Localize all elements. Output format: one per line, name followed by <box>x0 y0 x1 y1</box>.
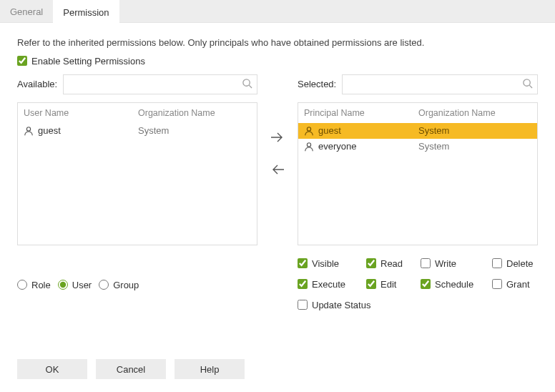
principal-type-group: Role User Group <box>17 280 257 290</box>
list-item[interactable]: everyone System <box>298 139 537 155</box>
perm-write[interactable]: Write <box>421 258 492 269</box>
move-right-button[interactable] <box>270 131 285 146</box>
list-item-name: guest <box>38 125 61 136</box>
radio-group[interactable]: Group <box>99 280 139 290</box>
radio-user[interactable]: User <box>58 280 92 290</box>
svg-point-5 <box>307 127 310 130</box>
tab-general[interactable]: General <box>0 0 53 23</box>
available-list[interactable]: User Name Organization Name guest System <box>17 102 257 245</box>
hint-text: Refer to the inherited permissions below… <box>17 31 538 56</box>
list-item-name: everyone <box>318 141 356 152</box>
enable-permissions-checkbox[interactable] <box>17 56 27 66</box>
list-item[interactable]: guest System <box>18 123 257 139</box>
available-list-header: User Name Organization Name <box>18 103 257 123</box>
svg-line-1 <box>249 85 252 88</box>
svg-point-6 <box>307 142 310 146</box>
tab-bar: General Permission <box>0 0 555 23</box>
user-icon <box>24 126 34 136</box>
svg-line-4 <box>529 85 532 88</box>
search-icon <box>242 78 252 91</box>
perm-delete[interactable]: Delete <box>492 258 551 269</box>
enable-permissions-label: Enable Setting Permissions <box>31 56 145 67</box>
selected-list[interactable]: Principal Name Organization Name guest S… <box>298 102 538 245</box>
selected-search-input[interactable] <box>348 76 522 93</box>
help-button[interactable]: Help <box>175 359 245 379</box>
svg-point-0 <box>243 79 250 85</box>
available-label: Available: <box>17 79 57 89</box>
move-left-button[interactable] <box>270 163 285 178</box>
radio-role[interactable]: Role <box>17 280 51 290</box>
list-item-name: guest <box>318 125 341 136</box>
perm-read[interactable]: Read <box>366 258 421 269</box>
list-item[interactable]: guest System <box>298 123 537 139</box>
svg-point-3 <box>524 79 530 85</box>
list-item-org: System <box>418 141 449 152</box>
list-item-org: System <box>418 125 449 136</box>
perm-visible[interactable]: Visible <box>298 258 366 269</box>
tab-permission[interactable]: Permission <box>53 0 119 23</box>
cancel-button[interactable]: Cancel <box>96 359 166 379</box>
permission-checkboxes: Visible Read Write Delete Execute Edit S… <box>298 258 538 310</box>
available-search[interactable] <box>63 74 257 94</box>
selected-list-header: Principal Name Organization Name <box>298 103 537 123</box>
perm-update[interactable]: Update Status <box>298 300 421 310</box>
svg-point-2 <box>26 127 30 130</box>
user-icon <box>304 142 314 152</box>
ok-button[interactable]: OK <box>17 359 87 379</box>
selected-label: Selected: <box>298 79 336 89</box>
list-item-org: System <box>138 125 169 136</box>
selected-search[interactable] <box>342 74 538 94</box>
perm-execute[interactable]: Execute <box>298 279 366 290</box>
search-icon <box>522 78 533 91</box>
user-icon <box>304 126 314 136</box>
perm-edit[interactable]: Edit <box>366 279 421 290</box>
perm-schedule[interactable]: Schedule <box>421 279 492 290</box>
available-search-input[interactable] <box>69 76 242 93</box>
perm-grant[interactable]: Grant <box>492 279 551 290</box>
